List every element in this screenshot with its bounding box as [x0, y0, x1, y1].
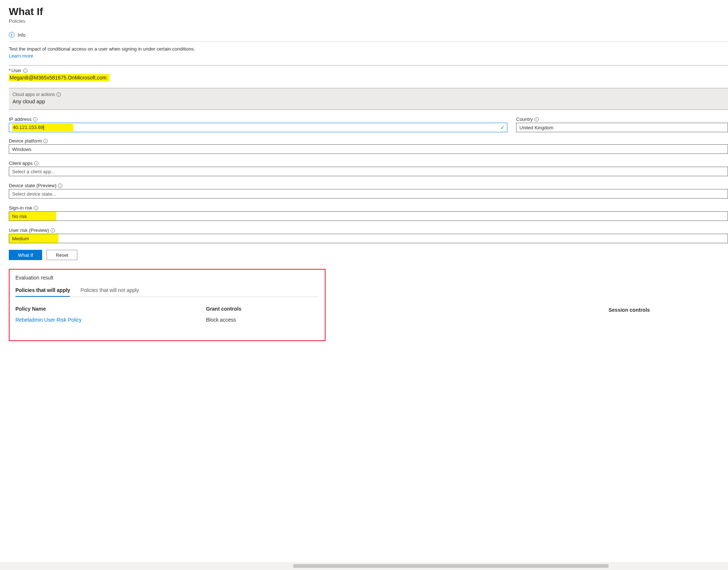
client-apps-label: Client apps	[9, 160, 33, 166]
tab-policies-apply[interactable]: Policies that will apply	[15, 286, 70, 297]
signin-risk-label: Sign-in risk	[9, 205, 32, 211]
info-icon[interactable]: i	[58, 184, 62, 188]
signin-risk-select[interactable]: No risk	[9, 211, 728, 221]
intro-text: Test the impact of conditional access on…	[9, 46, 728, 52]
info-icon[interactable]: i	[56, 92, 61, 97]
tab-policies-not-apply[interactable]: Policies that will not apply	[80, 286, 139, 297]
user-field: * User i MeganB@M365x581675.OnMicrosoft.…	[9, 68, 728, 81]
command-bar: i Info	[9, 29, 728, 42]
info-icon[interactable]: i	[23, 69, 27, 73]
col-session-controls: Session controls	[608, 307, 650, 313]
user-label: User	[11, 68, 21, 73]
info-icon[interactable]: i	[34, 206, 38, 210]
required-indicator: *	[9, 68, 11, 73]
info-icon: i	[9, 32, 15, 38]
whatif-button[interactable]: What If	[9, 250, 42, 260]
user-risk-select[interactable]: Medium	[9, 234, 728, 243]
grant-controls-value: Block access	[206, 317, 319, 323]
page-title: What If	[9, 6, 728, 18]
device-platform-select[interactable]: Windows	[9, 144, 728, 154]
info-icon[interactable]: i	[534, 117, 539, 122]
col-grant-controls: Grant controls	[206, 306, 319, 312]
user-value[interactable]: MeganB@M365x581675.OnMicrosoft.com	[9, 74, 110, 81]
check-icon: ✓	[500, 125, 505, 130]
col-policy-name: Policy Name	[15, 306, 206, 312]
cloud-apps-value: Any cloud app	[12, 99, 728, 104]
result-table-header: Policy Name Grant controls	[15, 304, 319, 314]
evaluation-result: Evaluation result Policies that will app…	[9, 269, 326, 341]
info-icon[interactable]: i	[51, 228, 55, 233]
breadcrumb[interactable]: Policies	[9, 18, 728, 24]
device-state-label: Device state (Preview)	[9, 183, 56, 188]
info-button[interactable]: Info	[18, 32, 26, 38]
table-row: Rebeladmin User Risk Policy Block access	[15, 314, 319, 326]
reset-button[interactable]: Reset	[47, 250, 77, 260]
info-icon[interactable]: i	[43, 139, 48, 143]
info-icon[interactable]: i	[34, 161, 38, 166]
footer-bar	[0, 562, 728, 570]
ip-address-input[interactable]: 40.121.153.69 ✓	[9, 123, 507, 132]
client-apps-select[interactable]: Select a client app...	[9, 167, 728, 176]
cloud-apps-label: Cloud apps or actions	[12, 92, 55, 97]
country-select[interactable]: United Kingdom	[516, 123, 728, 132]
result-title: Evaluation result	[15, 275, 319, 281]
device-platform-label: Device platform	[9, 138, 42, 144]
info-icon[interactable]: i	[33, 117, 37, 122]
policy-name-link[interactable]: Rebeladmin User Risk Policy	[15, 317, 206, 323]
country-label: Country	[516, 116, 533, 122]
device-state-select[interactable]: Select device state...	[9, 189, 728, 199]
learn-more-link[interactable]: Learn more	[9, 53, 33, 59]
scrollbar-thumb[interactable]	[293, 564, 608, 568]
ip-address-label: IP address	[9, 116, 32, 122]
cloud-apps-field[interactable]: Cloud apps or actions i Any cloud app	[9, 88, 728, 110]
user-risk-label: User risk (Preview)	[9, 227, 49, 233]
